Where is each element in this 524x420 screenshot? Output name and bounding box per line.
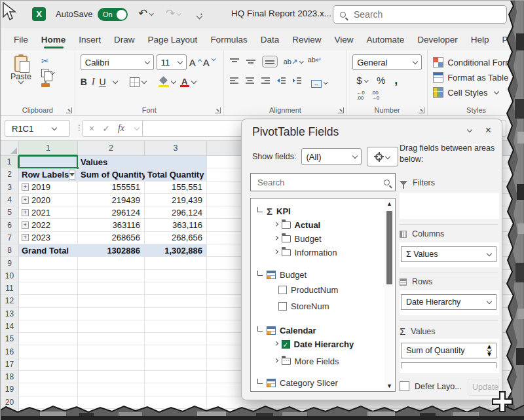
- row-header-10[interactable]: 10: [1, 270, 19, 282]
- increase-font-button[interactable]: A: [189, 57, 200, 68]
- cell-empty[interactable]: [19, 383, 78, 396]
- cell-total-2019[interactable]: 155,551: [145, 181, 207, 194]
- row-header-21[interactable]: 21: [1, 409, 19, 420]
- rows-area[interactable]: Date Hierarchy: [400, 290, 499, 315]
- cell-empty[interactable]: [19, 295, 78, 307]
- checkbox-checked-icon[interactable]: ✓: [282, 340, 290, 349]
- cell-r1c3[interactable]: [145, 156, 207, 168]
- undo-button[interactable]: ↶: [138, 7, 153, 20]
- cell-year-2021[interactable]: +2021: [19, 206, 78, 219]
- cell-total-2022[interactable]: 363,116: [145, 219, 207, 231]
- orientation-button[interactable]: ab↗: [284, 58, 303, 66]
- collapse-icon[interactable]: [257, 326, 263, 332]
- column-header-3[interactable]: 3: [145, 141, 207, 156]
- row-labels-filter-button[interactable]: [69, 170, 75, 180]
- cell-empty[interactable]: [145, 345, 207, 358]
- tab-home[interactable]: Home: [40, 35, 67, 50]
- row-header-12[interactable]: 12: [1, 295, 19, 307]
- collapse-icon[interactable]: [257, 271, 263, 276]
- fill-color-chevron[interactable]: [170, 78, 176, 83]
- cell-empty[interactable]: [19, 282, 78, 295]
- cell-sum-2022[interactable]: 363116: [78, 219, 145, 231]
- field-group-category-slicer[interactable]: Category Slicer: [256, 375, 382, 390]
- field-item-category-slicer[interactable]: Category Slicer: [256, 390, 382, 392]
- name-box-input[interactable]: [10, 123, 50, 134]
- cell-year-2022[interactable]: +2022: [19, 219, 78, 231]
- row-header-20[interactable]: 20: [1, 396, 19, 409]
- align-middle-button[interactable]: [246, 58, 256, 66]
- field-item-more-fields[interactable]: More Fields: [256, 354, 382, 368]
- fields-search-box[interactable]: [250, 173, 396, 191]
- defer-layout-checkbox[interactable]: [400, 381, 409, 391]
- cell-empty[interactable]: [78, 270, 145, 282]
- cell-empty[interactable]: [19, 320, 78, 333]
- font-color-chevron[interactable]: [191, 78, 196, 83]
- merge-center-button[interactable]: ↔: [311, 77, 328, 88]
- cell-empty[interactable]: [145, 383, 207, 396]
- align-right-button[interactable]: [261, 77, 271, 85]
- cell-empty[interactable]: [78, 345, 145, 358]
- field-item-date-hierarchy[interactable]: ✓Date Hierarchy: [256, 337, 382, 351]
- increase-decimal-button[interactable]: ←0.00: [356, 90, 364, 101]
- row-header-6[interactable]: 6: [1, 219, 19, 231]
- autosave-toggle[interactable]: On: [98, 8, 128, 21]
- tab-automate[interactable]: Automate: [365, 35, 405, 50]
- row-header-5[interactable]: 5: [1, 206, 19, 219]
- row-header-1[interactable]: 1: [1, 156, 19, 168]
- search-input[interactable]: [352, 9, 500, 20]
- chip-chevron[interactable]: [487, 298, 492, 303]
- expand-icon[interactable]: +: [22, 197, 29, 204]
- formula-bar-chevron[interactable]: [134, 124, 140, 130]
- font-color-button[interactable]: A: [180, 77, 196, 87]
- field-item-productnum[interactable]: ProductNum: [256, 282, 382, 298]
- comma-style-button[interactable]: ,: [394, 73, 398, 87]
- cell-sum-2020[interactable]: 219439: [78, 194, 145, 206]
- cell-empty[interactable]: [145, 295, 207, 307]
- quick-access-toolbar-button[interactable]: [197, 9, 202, 22]
- decrease-indent-button[interactable]: [276, 77, 286, 85]
- cell-empty[interactable]: [78, 409, 145, 420]
- expand-chevron-icon[interactable]: [274, 236, 278, 240]
- scroll-down-icon[interactable]: ▼: [384, 383, 394, 389]
- row-header-14[interactable]: 14: [1, 320, 19, 333]
- row-header-8[interactable]: 8: [1, 244, 19, 257]
- percent-button[interactable]: %: [377, 75, 385, 86]
- cell-r1c1-selected[interactable]: [19, 156, 78, 168]
- fill-color-button[interactable]: [159, 77, 176, 87]
- cell-grand-total-sum[interactable]: 1302886: [78, 244, 145, 257]
- cell-empty[interactable]: [78, 308, 145, 320]
- select-all-corner[interactable]: [1, 141, 19, 156]
- tab-data[interactable]: Data: [259, 35, 281, 50]
- tab-power-pivot[interactable]: Powe: [501, 35, 524, 50]
- bold-button[interactable]: B: [81, 77, 87, 87]
- scrollbar-thumb[interactable]: [386, 211, 392, 284]
- tools-button[interactable]: [367, 147, 398, 166]
- cell-empty[interactable]: [78, 257, 145, 269]
- format-painter-button[interactable]: [41, 83, 50, 87]
- decrease-font-button[interactable]: A: [203, 57, 214, 68]
- column-header-1[interactable]: 1: [19, 141, 78, 156]
- fields-search-input[interactable]: [256, 177, 384, 188]
- tab-help[interactable]: Help: [470, 35, 491, 50]
- cell-empty[interactable]: [19, 396, 78, 409]
- spin-up-icon[interactable]: ▲: [486, 343, 493, 349]
- cell-empty[interactable]: [78, 396, 145, 409]
- borders-button[interactable]: [130, 77, 146, 87]
- tab-insert[interactable]: Insert: [77, 35, 102, 50]
- underline-dropdown-chevron[interactable]: [112, 78, 117, 83]
- cell-year-2020[interactable]: +2020: [19, 194, 78, 206]
- cell-empty[interactable]: [145, 282, 207, 295]
- row-header-18[interactable]: 18: [1, 371, 19, 383]
- tab-review[interactable]: Review: [291, 35, 322, 50]
- column-header-2[interactable]: 2: [78, 141, 145, 156]
- tab-formulas[interactable]: Formulas: [209, 35, 248, 50]
- align-left-button[interactable]: [229, 77, 239, 85]
- expand-chevron-icon[interactable]: [274, 358, 278, 362]
- cell-row-labels[interactable]: Row Labels: [19, 168, 78, 181]
- field-item-budget-folder[interactable]: Budget: [256, 232, 382, 246]
- row-header-16[interactable]: 16: [1, 345, 19, 358]
- copy-button[interactable]: [41, 69, 54, 77]
- tab-view[interactable]: View: [333, 35, 354, 50]
- field-list-scrollbar[interactable]: ▲ ▼: [384, 199, 394, 391]
- expand-icon[interactable]: +: [22, 183, 29, 191]
